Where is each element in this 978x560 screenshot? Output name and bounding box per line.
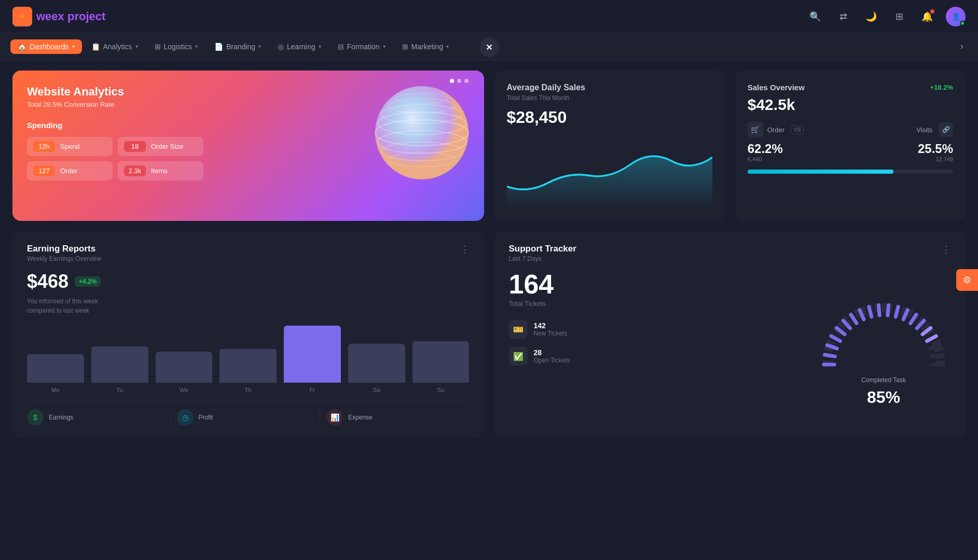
- earning-description: You informed of this weekcompared to las…: [27, 297, 470, 315]
- notification-icon[interactable]: 🔔: [918, 7, 936, 26]
- nav-item-logistics[interactable]: ⊞ Logistics ▾: [147, 39, 205, 54]
- earnings-bar-chart: Mo Tu We Th Fr Sa: [27, 326, 470, 393]
- spending-label-2: Order: [60, 167, 77, 175]
- nav-more-button[interactable]: ›: [956, 41, 968, 52]
- open-ticket-info: 28 Open Tickets: [534, 348, 570, 364]
- support-menu-button[interactable]: ⋮: [942, 244, 951, 255]
- translate-icon[interactable]: ⇄: [834, 7, 852, 26]
- spending-label-1: Order Size: [151, 143, 183, 150]
- order-icon: 🛒: [748, 122, 763, 137]
- nav-item-formation[interactable]: ⊟ Formation ▾: [330, 39, 393, 54]
- bar-th-fill: [219, 349, 277, 383]
- order-count: 6,440: [748, 156, 783, 162]
- overview-change-badge: +18.2%: [930, 83, 953, 91]
- footer-earnings: $ Earnings: [27, 409, 171, 426]
- nav-branding-label: Branding: [226, 43, 255, 51]
- avatar-online-indicator: [960, 21, 965, 26]
- earnings-icon: $: [27, 409, 44, 426]
- order-label: Order: [767, 126, 784, 134]
- new-ticket-label: New Tickets: [534, 330, 568, 337]
- earning-title-group: Earning Reports Weekly Earnings Overview: [27, 244, 101, 262]
- hero-3d-sphere: [370, 81, 474, 185]
- bar-fr-label: Fr: [310, 387, 315, 393]
- visits-label: Visits: [916, 126, 932, 134]
- spending-badge-0: 12h: [33, 141, 55, 152]
- bar-tu-fill: [91, 346, 148, 383]
- earning-amount-row: $468 +4.2%: [27, 271, 470, 292]
- spending-badge-1: 18: [124, 141, 146, 152]
- earnings-label: Earnings: [49, 414, 73, 421]
- formation-icon: ⊟: [338, 43, 344, 51]
- bar-we-fill: [156, 352, 213, 383]
- nav-item-learning[interactable]: ◎ Learning ▾: [270, 39, 328, 54]
- header-icons: 🔍 ⇄ 🌙 ⊞ 🔔 👤: [806, 7, 966, 26]
- spending-grid: 12h Spend 18 Order Size 127 Order 2.3k I…: [27, 137, 203, 180]
- vs-badge: VS: [791, 125, 804, 134]
- overview-header: Sales Overview +18.2%: [748, 83, 953, 92]
- grid-icon[interactable]: ⊞: [890, 7, 908, 26]
- nav-item-marketing[interactable]: ⊞ Marketing ▾: [395, 39, 456, 54]
- nav-item-branding[interactable]: 📄 Branding ▾: [207, 39, 268, 54]
- notification-badge: [930, 9, 934, 13]
- avatar[interactable]: 👤: [946, 7, 966, 26]
- search-icon[interactable]: 🔍: [806, 7, 824, 26]
- profit-label: Profit: [199, 414, 213, 421]
- svg-line-27: [932, 355, 943, 356]
- bar-fr-fill: [284, 326, 341, 383]
- svg-line-18: [879, 305, 880, 315]
- expense-icon: 📊: [326, 409, 343, 426]
- expense-label: Expense: [348, 414, 373, 421]
- logistics-chevron: ▾: [195, 44, 198, 49]
- ticket-open: ✅ 28 Open Tickets: [509, 347, 804, 366]
- svg-point-0: [375, 86, 469, 179]
- formation-chevron: ▾: [383, 44, 385, 49]
- new-ticket-value: 142: [534, 321, 568, 330]
- total-tickets-number: 164: [509, 271, 804, 298]
- support-gauge-area: // Draw gauge ticks via JS const svg = d…: [816, 271, 951, 426]
- order-col: 🛒 Order: [748, 122, 784, 137]
- bar-su-label: Su: [437, 387, 444, 393]
- analytics-chevron: ▾: [135, 44, 138, 49]
- overview-amount: $42.5k: [748, 96, 953, 114]
- new-ticket-icon: 🎫: [509, 320, 528, 339]
- bar-mo-fill: [27, 354, 84, 383]
- nav-formation-label: Formation: [347, 43, 380, 51]
- logo[interactable]: 🔸 weex project: [12, 7, 105, 26]
- support-subtitle: Last 7 Days: [509, 255, 576, 262]
- bar-sa: Sa: [348, 344, 405, 393]
- main-content: Website Analytics Total 28.5% Conversion…: [0, 60, 978, 449]
- spending-item-2: 127 Order: [27, 161, 113, 180]
- learning-chevron: ▾: [319, 44, 321, 49]
- popup-close-button[interactable]: ✕: [479, 37, 499, 57]
- theme-icon[interactable]: 🌙: [862, 7, 880, 26]
- svg-line-20: [896, 307, 898, 317]
- earning-menu-button[interactable]: ⋮: [460, 244, 470, 255]
- support-card-header: Support Tracker Last 7 Days ⋮: [509, 244, 952, 262]
- spending-badge-3: 2.3k: [124, 165, 146, 176]
- bar-tu-label: Tu: [116, 387, 122, 393]
- website-analytics-card: Website Analytics Total 28.5% Conversion…: [12, 71, 484, 221]
- daily-sales-title: Average Daily Sales: [507, 83, 712, 92]
- earning-subtitle: Weekly Earnings Overview: [27, 255, 101, 262]
- order-pct-left: 62.2% 6,440: [748, 142, 783, 162]
- ticket-new: 🎫 142 New Tickets: [509, 320, 804, 339]
- settings-fab-button[interactable]: ⚙: [956, 269, 978, 291]
- nav-item-analytics[interactable]: 📋 Analytics ▾: [84, 39, 145, 54]
- bar-mo: Mo: [27, 354, 84, 393]
- progress-bar-fill: [748, 170, 893, 174]
- daily-sales-card: Average Daily Sales Total Sales This Mon…: [494, 71, 725, 221]
- marketing-icon: ⊞: [402, 43, 408, 51]
- daily-sales-subtitle: Total Sales This Month: [507, 94, 712, 102]
- pct-row: 62.2% 6,440 25.5% 12,749: [748, 142, 953, 162]
- branding-chevron: ▾: [258, 44, 261, 49]
- bar-mo-label: Mo: [51, 387, 59, 393]
- nav-dashboards-label: Dashboards: [30, 43, 69, 51]
- new-ticket-info: 142 New Tickets: [534, 321, 568, 337]
- spending-item-1: 18 Order Size: [118, 137, 203, 156]
- bar-fr: Fr: [284, 326, 341, 393]
- footer-profit: ◷ Profit: [171, 409, 321, 426]
- sales-overview-card: Sales Overview +18.2% $42.5k 🛒 Order VS …: [735, 71, 966, 221]
- earning-change-tag: +4.2%: [75, 276, 101, 287]
- nav-item-dashboards[interactable]: 🏠 Dashboards ▾: [10, 39, 82, 54]
- bar-we-label: We: [180, 387, 188, 393]
